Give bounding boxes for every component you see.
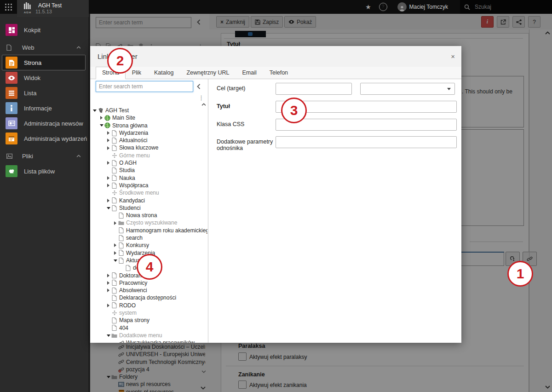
topbar-search[interactable] — [460, 0, 552, 14]
tree-item-system[interactable]: system — [90, 309, 207, 317]
tree-item-dodatkowe-menu[interactable]: Dodatkowe menu — [90, 332, 207, 339]
tree-item-wydarzenia[interactable]: Wydarzenia — [90, 129, 207, 137]
tree-item-studenci[interactable]: Studenci — [90, 204, 207, 212]
tree-item-o-agh[interactable]: O AGH — [90, 159, 207, 167]
caret-right-icon[interactable] — [106, 131, 111, 135]
modal-tree-scroll-up-icon[interactable] — [201, 103, 206, 106]
folder-icon — [111, 333, 118, 338]
sidebar-item-label: Administracja newsów — [24, 120, 83, 127]
spacer-icon — [111, 153, 118, 158]
params-input[interactable] — [276, 136, 457, 148]
modal-kebab-menu-icon[interactable]: ⋮ — [198, 94, 204, 101]
caret-down-icon[interactable] — [113, 259, 118, 262]
topbar-search-input[interactable] — [474, 3, 545, 11]
css-class-input[interactable] — [276, 119, 457, 131]
tree-item-search[interactable]: search — [90, 234, 207, 242]
modal-tree-scroll-down-icon[interactable] — [201, 370, 206, 373]
target-input[interactable] — [276, 83, 352, 95]
tree-item-kandydaci[interactable]: Kandydaci — [90, 197, 207, 204]
tree-item-wsp-praca[interactable]: Współpraca — [90, 182, 207, 189]
tree-item-pracownicy[interactable]: Pracownicy — [90, 279, 207, 287]
caret-right-icon[interactable] — [99, 116, 104, 120]
site-brand[interactable]: AGH AGH Test 11.5.13 — [17, 0, 89, 17]
link-attributes-form: Cel (target) Tytuł Klasa CSS Dodatkowe p… — [208, 79, 461, 343]
caret-right-icon[interactable] — [106, 304, 111, 307]
tree-item-cz-sto-wyszukiwane[interactable]: Często wyszukiwane — [90, 219, 207, 226]
caret-right-icon[interactable] — [106, 288, 111, 292]
tab-katalog[interactable]: Katalog — [148, 67, 180, 79]
tree-item-nauka[interactable]: Nauka — [90, 174, 207, 182]
caret-down-icon[interactable] — [106, 207, 111, 209]
sidebar-item-administracja-wydarze[interactable]: Administracja wydarzeń — [2, 131, 86, 146]
tree-item-label: Studenci — [119, 204, 141, 212]
caret-right-icon[interactable] — [113, 251, 118, 255]
tree-item-absolwenci[interactable]: Absolwenci — [90, 287, 207, 294]
tree-item-rodo[interactable]: RODO — [90, 302, 207, 309]
page-icon — [111, 160, 118, 166]
tree-item-mapa-strony[interactable]: Mapa strony — [90, 317, 207, 324]
help-icon[interactable]: ? — [379, 3, 387, 11]
sidebar-section-web[interactable]: Web — [0, 43, 88, 52]
sidebar-item-informacje[interactable]: Informacje — [2, 100, 86, 116]
dashboard-icon — [6, 24, 17, 36]
bookmark-star-icon[interactable]: ★ — [362, 0, 375, 14]
caret-right-icon[interactable] — [106, 161, 111, 165]
caret-right-icon[interactable] — [106, 274, 111, 277]
sidebar-item-kokpit[interactable]: Kokpit — [2, 22, 86, 38]
tree-item-label: AGH Test — [105, 107, 129, 114]
sidebar-item-strona[interactable]: Strona — [2, 55, 86, 70]
tree-item-main-site[interactable]: Main Site — [90, 114, 207, 121]
caret-right-icon[interactable] — [106, 199, 111, 202]
caret-right-icon[interactable] — [106, 176, 111, 180]
caret-right-icon[interactable] — [106, 146, 111, 150]
sidebar-item-administracja-news-w[interactable]: Administracja newsów — [2, 115, 86, 131]
tree-item-label: Studia — [119, 167, 135, 174]
sidebar-section-pliki[interactable]: Pliki — [0, 152, 88, 160]
tree-item-g-rne-menu[interactable]: Górne menu — [90, 152, 207, 159]
tree-item-aktualno-ci[interactable]: Aktualności — [90, 137, 207, 144]
tree-item-label: Współpraca — [119, 182, 148, 189]
tree-item-wyszukiwarka-pracownik-w[interactable]: Wyszukiwarka pracowników — [90, 339, 207, 343]
target-select[interactable] — [360, 83, 455, 95]
annotation-circle-1: 1 — [507, 261, 533, 287]
caret-right-icon[interactable] — [113, 243, 118, 247]
css-class-label: Klasa CSS — [217, 119, 276, 131]
tree-item-strona-g-wna[interactable]: Strona główna — [90, 122, 207, 129]
sidebar-item-lista[interactable]: Lista — [2, 85, 86, 101]
modal-close-icon[interactable]: × — [451, 52, 455, 60]
tree-item-agh-test[interactable]: AGH Test — [90, 107, 207, 114]
avatar[interactable] — [397, 2, 407, 12]
caret-right-icon[interactable] — [113, 221, 118, 225]
sidebar-item-label: Kokpit — [24, 27, 40, 34]
tree-item-nowa-strona[interactable]: Nowa strona — [90, 212, 207, 219]
modal-collapse-panel-icon[interactable] — [197, 84, 201, 89]
tree-item-404[interactable]: 404 — [90, 324, 207, 332]
tree-item-studia[interactable]: Studia — [90, 167, 207, 174]
caret-down-icon[interactable] — [99, 124, 104, 127]
sidebar-item-widok[interactable]: Widok — [2, 70, 86, 86]
user-name[interactable]: Maciej Tomczyk — [409, 4, 448, 10]
filelist-module-icon — [6, 165, 17, 177]
tab-zewn-trzny-url[interactable]: Zewnętrzny URL — [180, 67, 236, 79]
tree-item-rodkowe-menu[interactable]: Środkowe menu — [90, 189, 207, 196]
caret-down-icon[interactable] — [106, 334, 111, 337]
page-module-icon — [6, 57, 17, 69]
module-menu-toggle-icon[interactable] — [0, 0, 17, 14]
caret-right-icon[interactable] — [106, 281, 111, 285]
tree-item-s-owa-kluczowe[interactable]: Słowa kluczowe — [90, 144, 207, 151]
tree-item-harmonogram-roku-akademickiego[interactable]: Harmonogram roku akademickiego — [90, 227, 207, 234]
tree-item-label: O AGH — [119, 159, 137, 167]
caret-down-icon[interactable] — [92, 110, 97, 112]
tree-item-konkursy[interactable]: Konkursy — [90, 242, 207, 249]
modal-tree-search-input[interactable] — [96, 81, 193, 92]
caret-right-icon[interactable] — [106, 138, 111, 142]
caret-right-icon[interactable] — [106, 184, 111, 187]
page-icon — [111, 145, 118, 151]
tree-item-label: Kandydaci — [119, 197, 145, 204]
tab-email[interactable]: Email — [236, 67, 263, 79]
tree-item-deklaracja-dost-pno-ci[interactable]: Deklaracja dostępności — [90, 294, 207, 301]
tab-telefon[interactable]: Telefon — [263, 67, 294, 79]
tree-item-label: Nauka — [119, 174, 135, 182]
sidebar-item-lista-plik-w[interactable]: Lista plików — [2, 163, 86, 179]
tree-item-label: Często wyszukiwane — [126, 219, 177, 226]
